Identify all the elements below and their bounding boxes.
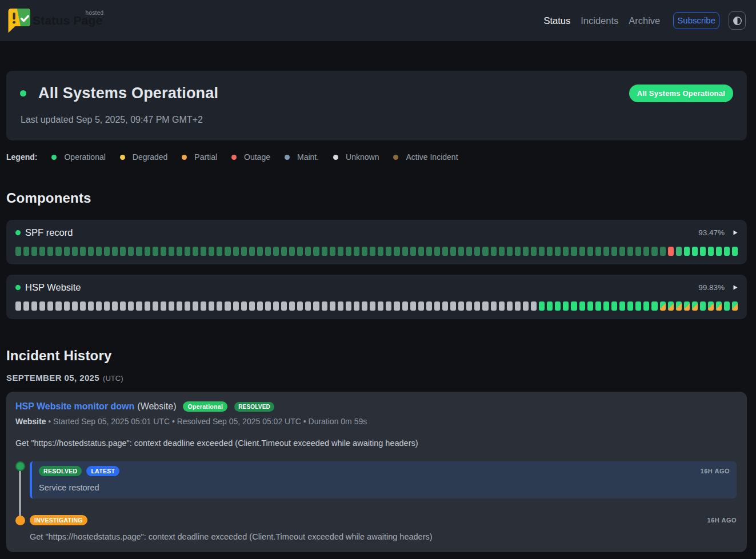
uptime-day-bar: [635, 247, 641, 256]
uptime-day-bar: [31, 301, 37, 311]
uptime-day-bar: [442, 247, 448, 256]
uptime-day-bar: [354, 301, 359, 311]
incident-meta: Website • Started Sep 05, 2025 05:01 UTC…: [15, 417, 737, 426]
uptime-day-bar: [402, 301, 408, 311]
component-uptime-percent: 99.83%: [698, 283, 725, 292]
nav-incidents[interactable]: Incidents: [581, 15, 618, 26]
uptime-day-bar: [15, 301, 21, 311]
update-dot-investigating: [15, 516, 25, 525]
legend-item: Partial: [182, 152, 217, 162]
legend-dot-operational: [51, 155, 57, 160]
uptime-day-bar: [539, 301, 545, 311]
subscribe-button[interactable]: Subscribe: [673, 12, 719, 29]
uptime-day-bar: [136, 301, 142, 311]
uptime-day-bar: [273, 301, 279, 311]
uptime-day-bar: [128, 247, 134, 256]
uptime-day-bar: [458, 247, 464, 256]
overall-status-pill[interactable]: All Systems Operational: [629, 85, 733, 102]
incident-title-link[interactable]: HSP Website monitor down: [15, 401, 134, 412]
update-status-badge: RESOLVED: [39, 466, 82, 476]
overall-status-row: All Systems Operational All Systems Oper…: [20, 85, 733, 102]
incident-date-timezone: (UTC): [103, 374, 123, 383]
uptime-day-bar: [80, 301, 86, 311]
expand-caret-icon[interactable]: [733, 230, 738, 235]
update-body: RESOLVED LATEST 16H AGO Service restored: [30, 461, 737, 498]
latest-update-card: RESOLVED LATEST 16H AGO Service restored: [30, 461, 737, 498]
uptime-day-bar: [289, 301, 295, 311]
component-name: SPF record: [25, 227, 73, 238]
latest-badge: LATEST: [86, 466, 119, 476]
uptime-day-bar: [587, 301, 593, 311]
uptime-day-bar: [732, 301, 738, 311]
legend: Legend: Operational Degraded Partial Out…: [6, 152, 747, 162]
incident-description: Get "https://hostedstatus.page": context…: [15, 439, 737, 448]
incident-title-row: HSP Website monitor down (Website) Opera…: [15, 401, 737, 412]
component-status-dot: [15, 230, 21, 235]
uptime-day-bar: [539, 247, 545, 256]
uptime-day-bar: [386, 301, 391, 311]
uptime-day-bar: [507, 301, 513, 311]
uptime-day-bar: [193, 301, 198, 311]
nav-archive[interactable]: Archive: [629, 15, 660, 26]
uptime-day-bar: [434, 301, 440, 311]
component-status-dot: [15, 285, 21, 290]
uptime-day-bar: [555, 301, 561, 311]
uptime-day-bar: [177, 301, 182, 311]
uptime-day-bar: [611, 301, 617, 311]
uptime-day-bar: [265, 247, 271, 256]
update-header-row: INVESTIGATING 16H AGO: [30, 515, 737, 525]
uptime-day-bar: [313, 301, 319, 311]
uptime-day-bar: [708, 301, 714, 311]
uptime-day-bar: [627, 301, 633, 311]
uptime-day-bar: [700, 301, 706, 311]
incident-timeline: RESOLVED LATEST 16H AGO Service restored…: [15, 461, 737, 541]
uptime-day-bar: [169, 247, 174, 256]
uptime-day-bar: [39, 301, 45, 311]
uptime-day-bar: [547, 301, 553, 311]
uptime-day-bar: [426, 247, 432, 256]
uptime-day-bar: [185, 247, 190, 256]
legend-text-partial: Partial: [194, 152, 217, 162]
uptime-day-bar: [257, 301, 263, 311]
incident-component-suffix: (Website): [137, 401, 176, 412]
uptime-day-bar: [466, 301, 472, 311]
brand[interactable]: Status Page hosted: [8, 9, 102, 33]
uptime-day-bar: [676, 247, 682, 256]
uptime-day-bar: [450, 301, 456, 311]
uptime-day-bar: [515, 247, 521, 256]
uptime-bars: [15, 301, 738, 311]
legend-item: Maint.: [285, 152, 319, 162]
legend-text-unknown: Unknown: [346, 152, 379, 162]
expand-caret-icon[interactable]: [733, 285, 738, 290]
uptime-day-bar: [692, 301, 698, 311]
uptime-day-bar: [418, 247, 424, 256]
uptime-day-bar: [724, 247, 730, 256]
overall-status-dot: [20, 90, 26, 96]
legend-item: Outage: [231, 152, 270, 162]
uptime-day-bar: [402, 247, 408, 256]
uptime-day-bar: [724, 301, 730, 311]
uptime-day-bar: [660, 301, 666, 311]
uptime-day-bar: [322, 301, 327, 311]
uptime-day-bar: [338, 247, 343, 256]
nav-status[interactable]: Status: [543, 15, 570, 26]
uptime-day-bar: [434, 247, 440, 256]
uptime-day-bar: [362, 301, 367, 311]
last-updated-text: Last updated Sep 5, 2025, 09:47 PM GMT+2: [21, 115, 733, 125]
uptime-day-bar: [354, 247, 359, 256]
uptime-day-bar: [313, 247, 319, 256]
theme-toggle-button[interactable]: [729, 11, 746, 30]
uptime-day-bar: [651, 247, 657, 256]
uptime-day-bar: [531, 247, 537, 256]
legend-dot-degraded: [120, 155, 125, 160]
uptime-day-bar: [273, 247, 279, 256]
uptime-day-bar: [579, 247, 585, 256]
uptime-day-bar: [627, 247, 633, 256]
uptime-day-bar: [322, 247, 327, 256]
uptime-day-bar: [64, 301, 70, 311]
uptime-day-bar: [491, 247, 497, 256]
uptime-day-bar: [64, 247, 70, 256]
incident-card: HSP Website monitor down (Website) Opera…: [6, 392, 747, 552]
update-header-row: RESOLVED LATEST 16H AGO: [39, 466, 730, 476]
uptime-day-bar: [635, 301, 641, 311]
